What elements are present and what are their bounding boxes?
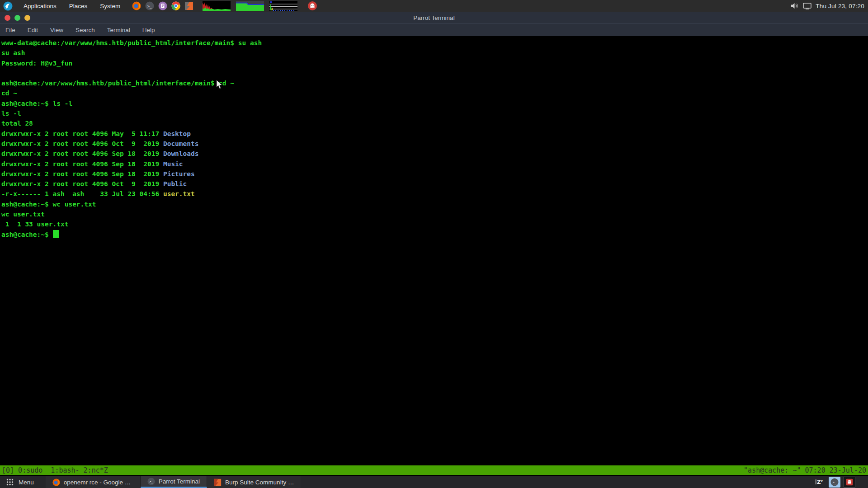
terminal-line: drwxrwxr-x 2 root root 4096 Oct 9 2019 D… [1,139,868,149]
top-panel: Applications Places System >_ [0,0,868,12]
terminal-line: 1 1 33 user.txt [1,219,868,229]
panel-clock[interactable]: Thu Jul 23, 07:20 [816,3,864,9]
terminal-output[interactable]: www-data@cache:/var/www/hms.htb/public_h… [0,36,868,465]
terminal-line: su ash [1,48,868,58]
system-menu[interactable]: System [94,0,127,12]
task-label: openemr rce - Google S… [64,479,133,486]
terminal-line: total 28 [1,118,868,128]
panel-status-area: Thu Jul 23, 07:20 [791,2,868,9]
ghost-icon [845,478,854,486]
task-parrot-terminal[interactable]: >_ Parrot Terminal [141,476,207,488]
terminal-icon: >_ [147,478,155,485]
window-title: Parrot Terminal [413,14,454,21]
tmux-statusbar: [0] 0:sudo 1:bash- 2:nc*Z "ash@cache: ~"… [0,465,868,475]
tmux-session-info: "ash@cache: ~" 07:20 23-Jul-20 [744,466,866,474]
taskbar: Menu openemr rce - Google S… >_ Parrot T… [0,476,868,488]
svg-text:>_: >_ [833,480,837,484]
terminal-line: drwxrwxr-x 2 root root 4096 Sep 18 2019 … [1,149,868,159]
task-firefox-window[interactable]: openemr rce - Google S… [46,476,141,488]
volume-icon[interactable] [791,2,799,9]
grid-menu-icon [6,479,14,486]
window-titlebar[interactable]: Parrot Terminal [0,12,868,23]
task-label: Parrot Terminal [159,478,200,485]
firefox-icon [52,479,60,486]
terminal-menubar: File Edit View Search Terminal Help [0,23,868,36]
terminal-line: wc user.txt [1,209,868,219]
panel-monitors [203,1,297,11]
task-burpsuite[interactable]: Burp Suite Community … [207,476,301,488]
panel-launchers: >_ [132,1,193,10]
tray-terminal[interactable]: >_ [829,477,840,488]
firefox-icon[interactable] [132,1,141,10]
terminal-line: www-data@cache:/var/www/hms.htb/public_h… [1,38,868,48]
menu-button[interactable]: Menu [0,476,46,488]
tray-ghost-app[interactable] [844,477,855,488]
terminal-icon: >_ [830,478,839,486]
burpsuite-icon[interactable] [184,1,193,10]
cpu-graph-icon[interactable] [203,1,231,11]
ghost-app-icon[interactable] [307,1,317,11]
applications-menu[interactable]: Applications [17,0,63,12]
menu-help[interactable]: Help [142,27,155,33]
terminal-line: ls -l [1,108,868,118]
terminal-line: drwxrwxr-x 2 root root 4096 Oct 9 2019 P… [1,179,868,189]
menu-view[interactable]: View [50,27,63,33]
terminal-line: cd ~ [1,88,868,98]
menu-file[interactable]: File [5,27,15,33]
svg-text:>_: >_ [147,5,152,9]
terminal-line: ash@cache:~$ ls -l [1,99,868,108]
svg-text:z: z [821,479,823,483]
parrot-logo-icon[interactable] [3,1,13,11]
menu-edit[interactable]: Edit [28,27,38,33]
display-icon[interactable] [803,3,811,9]
terminal-line: -r-x------ 1 ash ash 33 Jul 23 04:56 use… [1,189,868,199]
chrome-icon[interactable] [171,1,180,10]
task-label: Burp Suite Community … [225,479,294,486]
tray-sleep-indicator[interactable]: Z z [814,477,826,488]
tmux-windows[interactable]: [0] 0:sudo 1:bash- 2:nc*Z [2,466,108,474]
zz-icon: Z z [815,478,824,486]
terminal-line: drwxrwxr-x 2 root root 4096 May 5 11:17 … [1,129,868,139]
minimize-button[interactable] [14,15,20,21]
terminal-line: drwxrwxr-x 2 root root 4096 Sep 18 2019 … [1,169,868,179]
menu-terminal[interactable]: Terminal [107,27,130,33]
menu-button-label: Menu [19,479,34,486]
terminal-line: drwxrwxr-x 2 root root 4096 Sep 18 2019 … [1,159,868,169]
window-controls [5,12,30,23]
menu-search[interactable]: Search [75,27,95,33]
network-graph-icon[interactable] [269,1,297,11]
mouse-cursor [216,80,223,90]
burpsuite-icon [214,479,222,486]
memory-graph-icon[interactable] [236,1,264,11]
terminal-launcher-icon[interactable]: >_ [145,1,154,10]
terminal-line: Password: H@v3_fun [1,58,868,68]
close-button[interactable] [5,15,10,21]
maximize-button[interactable] [24,15,30,21]
terminal-line: ash@cache:~$ [1,230,868,239]
terminal-cursor [53,230,59,238]
svg-text:>_: >_ [149,480,153,483]
places-menu[interactable]: Places [63,0,94,12]
terminal-line [1,68,868,78]
terminal-line: ash@cache:/var/www/hms.htb/public_html/i… [1,78,868,88]
documents-launcher-icon[interactable] [158,1,167,10]
parrot-terminal-window: Parrot Terminal File Edit View Search Te… [0,12,868,476]
svg-text:Z: Z [817,479,821,485]
terminal-line: ash@cache:~$ wc user.txt [1,199,868,209]
system-tray: Z z >_ [814,476,868,488]
